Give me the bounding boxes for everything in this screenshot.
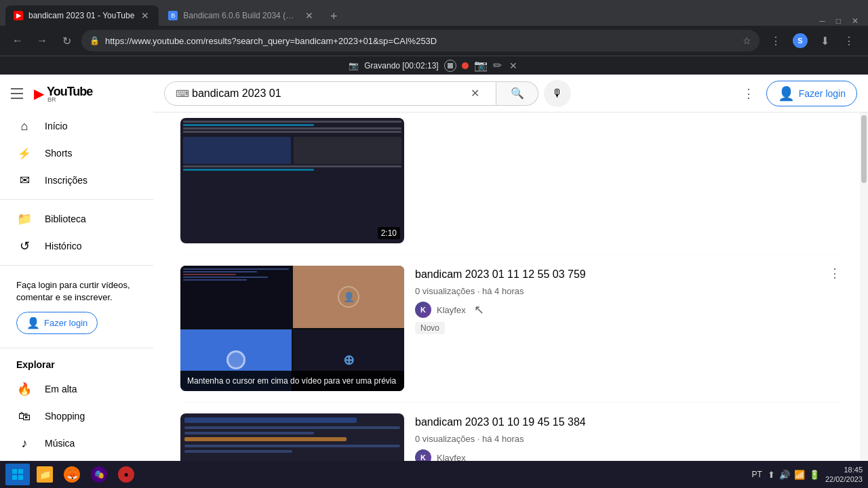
sidebar-item-biblioteca[interactable]: 📁 Biblioteca [5,205,148,232]
youtube-logo[interactable]: ▶ YouTube BR [34,85,92,103]
search-button[interactable]: 🔍 [496,81,538,106]
result-item-1: 👤 ⊕ [180,255,841,403]
draw-button[interactable]: ✏ [493,59,502,72]
thumb-bar-6 [184,450,292,453]
taskbar-app-bandicam[interactable]: ● [114,464,138,485]
library-icon: 📁 [16,211,33,226]
sidebar-label-inscricoes: Inscrições [45,175,87,186]
video-age-2: há 4 horas [482,434,524,444]
tab-close-2[interactable]: ✕ [304,9,315,22]
thumb-bar-1 [184,418,357,423]
sidebar-header: ▶ YouTube BR [0,75,153,113]
channel-name-1[interactable]: Klayfex [437,305,466,315]
new-tab-button[interactable]: + [324,7,343,26]
maximize-button[interactable]: □ [832,16,845,26]
extensions-button[interactable]: ⋮ [765,30,787,52]
close-button[interactable]: ✕ [848,16,863,26]
sidebar-item-historico[interactable]: ↺ Histórico [5,232,148,260]
history-icon: ↺ [16,239,33,253]
sidebar-divider-1 [0,199,153,200]
voice-search-button[interactable]: 🎙 [544,80,571,107]
clear-search-button[interactable]: ✕ [471,87,479,100]
tab-bar: ▶ bandicam 2023 01 - YouTube ✕ B Bandica… [0,0,868,26]
subscriptions-icon: ✉ [16,173,33,188]
sidebar-label-inicio: Início [45,121,67,131]
signin-label: Fazer login [799,88,846,99]
meta-separator-1: · [477,286,482,296]
thumbnail-1: 👤 ⊕ [180,266,404,391]
video-title-2[interactable]: bandicam 2023 01 10 19 45 15 384 [415,415,841,430]
keyboard-icon: ⌨ [176,88,189,99]
tab-inactive[interactable]: B Bandicam 6.0.6 Build 2034 (Win... ✕ [160,5,323,26]
minimize-button[interactable]: ─ [815,16,829,26]
bookmark-star-icon[interactable]: ☆ [743,35,751,46]
channel-avatar-1: K [415,302,431,318]
video-meta-1: 0 visualizações · há 4 horas [415,286,841,296]
search-input[interactable] [192,87,471,100]
svg-rect-3 [18,475,23,480]
sidebar-item-shopping[interactable]: 🛍 Shopping [5,403,148,430]
forward-button[interactable]: → [33,31,52,50]
system-tray-icons: ⬆ 🔊 📶 🔋 [768,470,820,480]
thumb-block-1 [183,137,291,164]
video-title-1[interactable]: bandicam 2023 01 11 12 55 03 759 [415,267,841,282]
signin-button[interactable]: 👤 Fazer login [766,81,857,106]
tab-title-2: Bandicam 6.0.6 Build 2034 (Win... [183,11,298,20]
thumb-bar-4 [184,437,347,441]
browser-menu-button[interactable]: ⋮ [838,30,860,52]
thumb-bar-3 [184,432,314,434]
thumb-mock-screen [180,118,404,243]
clock-time: 18:45 [825,465,863,474]
header-right: ⋮ 👤 Fazer login [736,81,857,106]
close-recording-button[interactable]: ✕ [507,60,519,72]
search-input-wrap[interactable]: ⌨ ✕ [164,81,496,106]
start-button[interactable] [5,464,30,485]
person-silhouette: 👤 [338,286,359,308]
sidebar-divider-2 [0,265,153,266]
pause-recording-button[interactable] [444,60,456,72]
options-button[interactable]: ⋮ [736,81,761,106]
thumb-detail-row [183,137,401,164]
shorts-icon: ⚡ [16,147,33,160]
back-button[interactable]: ← [8,31,27,50]
thumb-cell-tl [180,266,292,328]
download-button[interactable]: ⬇ [814,30,835,52]
tab-favicon-2: B [168,11,178,20]
thumbnail-wrap-partial[interactable]: 2:10 [180,118,404,243]
main-content: ⌨ ✕ 🔍 🎙 ⋮ 👤 Fazer login [153,75,868,488]
sidebar-item-inscricoes[interactable]: ✉ Inscrições [5,167,148,194]
tab-close-1[interactable]: ✕ [140,9,151,22]
scrollbar-track[interactable] [860,75,868,488]
sidebar-item-musica[interactable]: ♪ Música [5,430,148,457]
more-options-1[interactable]: ⋮ [829,266,841,281]
taskbar-clock: 18:45 22/02/2023 [825,465,863,485]
stop-recording-button[interactable] [462,62,469,69]
pause-icon [448,63,453,68]
taskbar-app-firefox[interactable]: 🦊 [60,464,84,485]
address-input[interactable]: 🔒 https://www.youtube.com/results?search… [81,30,760,52]
sidebar: ▶ YouTube BR ⌂ Início ⚡ Shorts ✉ Inscriç… [0,75,153,488]
taskbar-app-3[interactable]: 🎭 [87,464,111,485]
address-text: https://www.youtube.com/results?search_q… [105,36,737,46]
thumbnail-wrap-1[interactable]: 👤 ⊕ [180,266,404,391]
discord-icon: ⊕ [343,352,355,368]
sidebar-label-historico: Histórico [45,241,81,251]
new-badge-1: Novo [415,322,445,334]
tab-favicon-1: ▶ [14,11,23,20]
hamburger-menu-button[interactable] [11,88,23,99]
reload-button[interactable]: ↻ [57,31,76,50]
sidebar-item-inicio[interactable]: ⌂ Início [5,113,148,140]
screenshot-button[interactable]: 📷 [474,59,488,72]
sidebar-item-emalta[interactable]: 🔥 Em alta [5,375,148,403]
thumb-line-5 [183,165,401,167]
tab-active[interactable]: ▶ bandicam 2023 01 - YouTube ✕ [5,5,159,26]
svg-rect-0 [12,469,17,474]
sidebar-item-shorts[interactable]: ⚡ Shorts [5,140,148,167]
result-item-top-partial: 2:10 [180,113,841,255]
profile-button[interactable]: S [789,30,811,52]
sidebar-login-button[interactable]: 👤 Fazer login [16,312,98,334]
meta-separator-2: · [477,434,482,444]
home-icon: ⌂ [16,119,33,134]
taskbar-app-explorer[interactable]: 📁 [33,464,57,485]
scrollbar-thumb[interactable] [861,115,867,183]
